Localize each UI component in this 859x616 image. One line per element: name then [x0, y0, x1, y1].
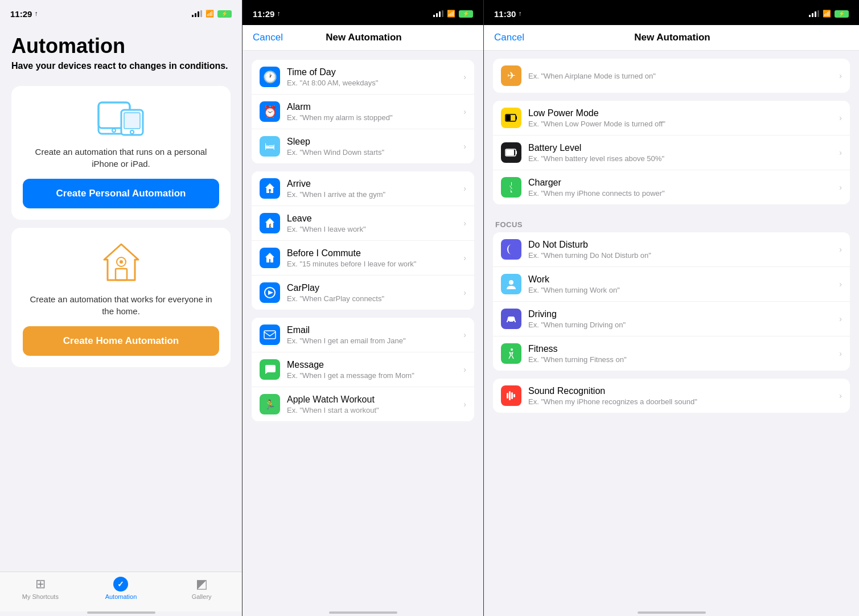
time-of-day-title: Time of Day [287, 67, 463, 77]
home-indicator-3 [484, 611, 859, 616]
sleep-icon: 🛏 [260, 136, 280, 157]
svg-rect-19 [506, 115, 511, 121]
before-commute-text: Before I Commute Ex. "15 minutes before … [287, 248, 463, 268]
work-title: Work [528, 274, 839, 285]
chevron-icon: › [839, 148, 842, 157]
carplay-subtitle: Ex. "When CarPlay connects" [287, 294, 463, 303]
driving-subtitle: Ex. "When turning Driving on" [528, 321, 839, 329]
list-item-alarm[interactable]: ⏰ Alarm Ex. "When my alarm is stopped" › [252, 95, 474, 129]
chevron-icon: › [839, 113, 842, 122]
nav-title-2: New Automation [326, 32, 401, 43]
list-item-low-power[interactable]: Low Power Mode Ex. "When Low Power Mode … [493, 101, 850, 135]
wifi-icon-2: 📶 [447, 10, 455, 18]
message-subtitle: Ex. "When I get a message from Mom" [287, 371, 463, 380]
home-card-description: Create an automation that works for ever… [23, 293, 219, 317]
list-item-driving[interactable]: Driving Ex. "When turning Driving on" › [493, 302, 850, 336]
message-text: Message Ex. "When I get a message from M… [287, 360, 463, 380]
signal-icon-1 [192, 10, 202, 17]
tab-automation[interactable]: ✓ Automation [98, 577, 143, 600]
tab-my-shortcuts[interactable]: ⊞ My Shortcuts [18, 577, 63, 600]
list-section-communication: Email Ex. "When I get an email from Jane… [252, 318, 474, 421]
time-display-2: 11:29 ↑ [253, 9, 280, 19]
wifi-icon-1: 📶 [205, 10, 214, 18]
sleep-text: Sleep Ex. "When Wind Down starts" [287, 137, 463, 157]
svg-rect-20 [516, 116, 517, 120]
airplane-icon: ✈ [501, 65, 521, 86]
arrive-icon [260, 178, 280, 199]
leave-text: Leave Ex. "When I leave work" [287, 213, 463, 233]
airplane-mode-item[interactable]: ✈ Ex. "When Airplane Mode is turned on" … [493, 59, 850, 93]
list-item-time-of-day[interactable]: 🕐 Time of Day Ex. "At 8:00 AM, weekdays"… [252, 60, 474, 95]
battery-level-subtitle: Ex. "When battery level rises above 50%" [528, 154, 839, 163]
svg-point-9 [120, 260, 123, 264]
nav-bar-2: Cancel New Automation [243, 25, 483, 51]
list-item-sleep[interactable]: 🛏 Sleep Ex. "When Wind Down starts" › [252, 129, 474, 163]
apple-watch-title: Apple Watch Workout [287, 395, 463, 405]
svg-rect-28 [507, 393, 508, 399]
automation-label: Automation [105, 593, 137, 600]
driving-icon [501, 309, 521, 329]
cancel-button-2[interactable]: Cancel [253, 32, 283, 43]
list-item-work[interactable]: Work Ex. "When turning Work on" › [493, 267, 850, 302]
page-subtitle: Have your devices react to changes in co… [11, 60, 231, 72]
low-power-subtitle: Ex. "When Low Power Mode is turned off" [528, 120, 839, 128]
email-text: Email Ex. "When I get an email from Jane… [287, 325, 463, 345]
list-section-time: 🕐 Time of Day Ex. "At 8:00 AM, weekdays"… [252, 60, 474, 163]
svg-point-27 [511, 348, 513, 351]
apple-watch-text: Apple Watch Workout Ex. "When I start a … [287, 395, 463, 414]
status-bar-3: 11:30 ↑ 📶 ⚡ [484, 0, 859, 25]
list-item-charger[interactable]: Charger Ex. "When my iPhone connects to … [493, 170, 850, 204]
list-item-fitness[interactable]: Fitness Ex. "When turning Fitness on" › [493, 336, 850, 371]
list-item-arrive[interactable]: Arrive Ex. "When I arrive at the gym" › [252, 171, 474, 206]
list-item-sound-recognition[interactable]: Sound Recognition Ex. "When my iPhone re… [493, 379, 850, 413]
driving-text: Driving Ex. "When turning Driving on" [528, 309, 839, 329]
chevron-icon: › [839, 71, 842, 80]
low-power-icon [501, 108, 521, 128]
cancel-button-3[interactable]: Cancel [494, 32, 524, 43]
personal-card-description: Create an automation that runs on a pers… [23, 146, 219, 170]
svg-point-11 [269, 189, 271, 191]
automation-tab-icon: ✓ [113, 577, 128, 592]
list-item-battery-level[interactable]: Battery Level Ex. "When battery level ri… [493, 135, 850, 170]
home-icon [98, 241, 144, 286]
list-item-leave[interactable]: 🚶 Leave Ex. "When I leave work" › [252, 206, 474, 241]
before-commute-title: Before I Commute [287, 248, 463, 258]
create-personal-automation-button[interactable]: Create Personal Automation [23, 179, 219, 208]
list-item-carplay[interactable]: CarPlay Ex. "When CarPlay connects" › [252, 276, 474, 310]
do-not-disturb-text: Do Not Disturb Ex. "When turning Do Not … [528, 240, 839, 260]
screen3-content: ✈ Ex. "When Airplane Mode is turned on" … [484, 51, 859, 611]
message-icon [260, 359, 280, 380]
airplane-text: Ex. "When Airplane Mode is turned on" [528, 72, 839, 80]
svg-rect-30 [511, 392, 513, 399]
svg-point-25 [508, 321, 509, 323]
sound-recognition-icon [501, 385, 521, 406]
phone-2: 11:29 ↑ 📶 ⚡ Cancel New Automation [242, 0, 484, 616]
work-subtitle: Ex. "When turning Work on" [528, 286, 839, 294]
chevron-icon: › [463, 365, 466, 374]
leave-title: Leave [287, 213, 463, 224]
list-item-message[interactable]: Message Ex. "When I get a message from M… [252, 352, 474, 387]
list-item-before-commute[interactable]: Before I Commute Ex. "15 minutes before … [252, 241, 474, 276]
airplane-subtitle: Ex. "When Airplane Mode is turned on" [528, 72, 839, 80]
low-power-title: Low Power Mode [528, 108, 839, 118]
before-commute-subtitle: Ex. "15 minutes before I leave for work" [287, 260, 463, 268]
do-not-disturb-subtitle: Ex. "When turning Do Not Disturb on" [528, 251, 839, 260]
list-item-do-not-disturb[interactable]: Do Not Disturb Ex. "When turning Do Not … [493, 232, 850, 267]
work-icon [501, 274, 521, 294]
svg-rect-22 [506, 150, 514, 155]
do-not-disturb-icon [501, 239, 521, 260]
phone-3: 11:30 ↑ 📶 ⚡ Cancel New Automation ✈ [484, 0, 859, 616]
svg-point-2 [112, 129, 116, 132]
chevron-icon: › [463, 72, 466, 81]
list-item-apple-watch[interactable]: 🏃 Apple Watch Workout Ex. "When I start … [252, 387, 474, 421]
tab-gallery[interactable]: ◩ Gallery [179, 577, 224, 600]
nav-bar-3: Cancel New Automation [484, 25, 859, 51]
my-shortcuts-icon: ⊞ [35, 577, 46, 592]
nav-title-3: New Automation [634, 32, 710, 43]
list-item-email[interactable]: Email Ex. "When I get an email from Jane… [252, 318, 474, 352]
status-icons-1: 📶 ⚡ [192, 10, 232, 18]
chevron-icon: › [463, 400, 466, 409]
create-home-automation-button[interactable]: Create Home Automation [23, 326, 219, 356]
time-display-3: 11:30 ↑ [494, 9, 521, 19]
personal-automation-card: Create an automation that runs on a pers… [11, 86, 231, 220]
